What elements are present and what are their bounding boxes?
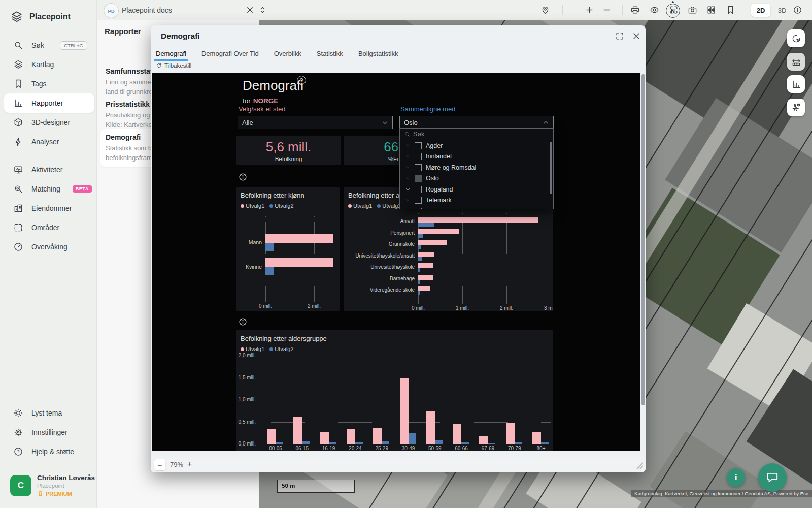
fullscreen-icon[interactable] xyxy=(669,5,679,15)
x-tick: 30-49 xyxy=(397,446,420,451)
close-icon[interactable] xyxy=(245,5,255,15)
doc-tab-title[interactable]: Placepoint docs xyxy=(122,6,172,14)
sidebar-item-aktiviteter[interactable]: Aktiviteter xyxy=(4,160,94,179)
chat-button[interactable] xyxy=(758,463,787,492)
info-icon[interactable] xyxy=(793,5,802,15)
info-icon[interactable] xyxy=(239,173,247,181)
sidebar-item-kartlag[interactable]: Kartlag xyxy=(4,55,94,74)
zoom-in-icon[interactable] xyxy=(585,5,594,15)
checkbox[interactable] xyxy=(415,142,422,149)
dropdown-search[interactable]: Søk xyxy=(400,129,553,140)
sidebar-item-rapporter[interactable]: Rapporter xyxy=(4,93,94,113)
brand[interactable]: Placepoint xyxy=(10,10,71,23)
map-scale-bar: 50 m xyxy=(277,480,355,493)
option-label: Troms og Finnmark xyxy=(426,208,481,209)
x-tick: 00-05 xyxy=(264,446,287,451)
option-label: Møre og Romsdal xyxy=(426,164,476,171)
dropdown-option-troms-og-finnmark[interactable]: Troms og Finnmark xyxy=(400,206,553,209)
info-icon[interactable] xyxy=(239,318,247,326)
zoom-out-button[interactable]: − xyxy=(154,459,165,470)
compare-label: Sammenligne med xyxy=(400,105,455,113)
dropdown-scrollbar[interactable] xyxy=(550,142,552,194)
bookmark-icon[interactable] xyxy=(726,5,735,15)
bar-utvalg1 xyxy=(293,417,302,444)
dialog-scrollbar[interactable] xyxy=(641,74,645,405)
sidebar-bottom-list: Lyst tema Innstillinger ? Hjelp & støtte xyxy=(4,403,94,461)
resize-handle-icon[interactable] xyxy=(636,462,644,469)
view-2d-button[interactable]: 2D xyxy=(751,4,770,17)
sidebar-item-hjelp-st-tte[interactable]: ? Hjelp & støtte xyxy=(4,442,94,461)
tab-boligstatistikk[interactable]: Boligstatistikk xyxy=(358,46,398,61)
sidebar-item-matching[interactable]: Matching BETA xyxy=(4,179,94,199)
buildings-icon xyxy=(13,203,23,213)
expand-icon[interactable] xyxy=(615,31,624,41)
chart-legend: Utvalg1Utvalg2 xyxy=(348,203,401,209)
sidebar-item-innstillinger[interactable]: Innstillinger xyxy=(4,423,94,442)
dropdown-option-telemark[interactable]: Telemark xyxy=(400,195,553,206)
monitor-icon xyxy=(13,165,23,175)
option-label: Rogaland xyxy=(426,186,453,193)
sidebar-item-eiendommer[interactable]: Eiendommer xyxy=(4,199,94,218)
bar-utvalg1 xyxy=(418,217,538,223)
chat-icon xyxy=(766,471,779,484)
bar-utvalg2 xyxy=(382,441,389,444)
tab-overblikk[interactable]: Overblikk xyxy=(274,46,301,61)
map-attribution: Kartgrunnlag: Kartverket, Geovekst og ko… xyxy=(631,490,812,497)
close-icon[interactable] xyxy=(631,31,641,41)
travel-time-tool-button[interactable] xyxy=(787,99,805,116)
measure-tool-button[interactable] xyxy=(787,53,805,71)
sidebar-item-overv-king[interactable]: Overvåking xyxy=(4,237,94,257)
x-tick: 25-29 xyxy=(370,446,393,451)
sidebar-item-3d-designer[interactable]: 3D-designer xyxy=(4,113,94,132)
chevron-down-icon xyxy=(405,208,411,209)
sidebar-item-lyst-tema[interactable]: Lyst tema xyxy=(4,403,94,423)
user-block[interactable]: Christian Løverås Placepoint PREMIUM xyxy=(37,474,95,497)
sidebar-item-label: 3D-designer xyxy=(31,118,70,126)
dropdown-option-innlandet[interactable]: Innlandet xyxy=(400,151,553,163)
tab-demografi-over-tid[interactable]: Demografi Over Tid xyxy=(201,46,259,61)
avatar[interactable]: C xyxy=(10,475,31,496)
checkbox[interactable] xyxy=(415,164,422,171)
dropdown-option-rogaland[interactable]: Rogaland xyxy=(400,184,553,195)
zoom-in-button[interactable]: + xyxy=(187,460,192,469)
printer-icon[interactable] xyxy=(630,5,640,15)
sidebar-main-list: Søk CTRL+G Kartlag Tags Rapporter 3D-des… xyxy=(4,36,94,151)
tab-demografi[interactable]: Demografi xyxy=(156,46,186,61)
sidebar-item-label: Hjelp & støtte xyxy=(31,448,74,456)
sidebar-item-tags[interactable]: Tags xyxy=(4,74,94,93)
bar-utvalg1 xyxy=(347,429,355,444)
checkbox[interactable] xyxy=(415,208,422,209)
sort-chevrons-icon[interactable] xyxy=(258,5,267,15)
zoom-out-icon[interactable] xyxy=(602,5,612,15)
checkbox[interactable] xyxy=(415,153,422,160)
statistics-tool-button[interactable] xyxy=(787,75,805,93)
sidebar-secondary-list: Aktiviteter Matching BETA Eiendommer Omr… xyxy=(4,160,94,257)
beta-badge: BETA xyxy=(73,185,92,193)
compare-select[interactable]: Oslo xyxy=(399,116,554,129)
sidebar-item-label: Aktiviteter xyxy=(31,166,62,174)
camera-icon[interactable] xyxy=(688,5,697,15)
category-label: Videregående skole xyxy=(344,287,415,293)
qr-icon[interactable] xyxy=(706,5,716,15)
place-select[interactable]: Alle xyxy=(238,116,393,129)
select-tool-button[interactable] xyxy=(787,29,805,47)
map-info-button[interactable]: i xyxy=(727,468,745,487)
chart-legend: Utvalg1Utvalg2 xyxy=(241,203,294,209)
sidebar-item-analyser[interactable]: Analyser xyxy=(4,132,94,151)
reset-button[interactable]: Tilbakestill xyxy=(156,62,191,69)
checkbox[interactable] xyxy=(415,197,422,204)
bar-utvalg1 xyxy=(418,275,433,280)
location-person-icon[interactable] xyxy=(540,5,550,15)
sidebar-item-omr-der[interactable]: Områder xyxy=(4,218,94,237)
tab-statistikk[interactable]: Statistikk xyxy=(317,46,343,61)
view-3d-button[interactable]: 3D xyxy=(773,4,791,17)
dropdown-option-m-re-og-romsdal[interactable]: Møre og Romsdal xyxy=(400,162,553,173)
gridline xyxy=(551,213,551,304)
help-icon[interactable]: ? xyxy=(297,76,306,85)
dropdown-option-agder[interactable]: Agder xyxy=(400,140,553,151)
eye-icon[interactable] xyxy=(650,5,659,15)
checkbox[interactable] xyxy=(415,175,422,182)
dropdown-option-oslo[interactable]: Oslo xyxy=(400,173,553,184)
checkbox[interactable] xyxy=(415,186,422,193)
sidebar-item-s-k[interactable]: Søk CTRL+G xyxy=(4,36,94,55)
